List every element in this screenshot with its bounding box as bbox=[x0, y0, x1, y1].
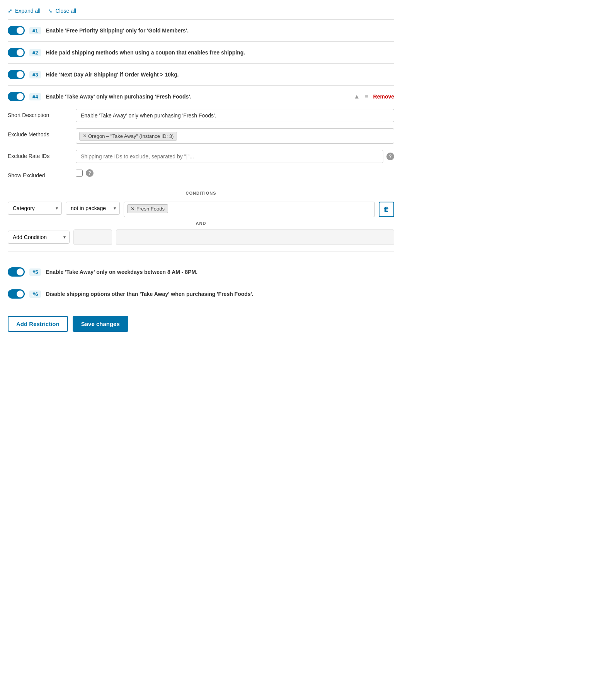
rule-1-number: #1 bbox=[29, 27, 41, 34]
conditions-section: CONDITIONS Category Product Weight Price… bbox=[8, 185, 394, 251]
rule-3-number: #3 bbox=[29, 71, 41, 78]
exclude-rate-ids-field-wrap: ? bbox=[76, 150, 394, 163]
rule-6-toggle[interactable] bbox=[8, 289, 25, 299]
add-condition-select-wrap: Add Condition Category Product Weight Pr… bbox=[8, 231, 70, 244]
rule-row-6: #6 Disable shipping options other than '… bbox=[8, 283, 394, 305]
rule-4-actions: ▲ ≡ Remove bbox=[354, 93, 394, 101]
rule-4-reorder-icon[interactable]: ≡ bbox=[364, 93, 369, 101]
rule-6-number: #6 bbox=[29, 290, 41, 298]
add-condition-placeholder-large bbox=[116, 229, 394, 245]
condition-operator-select-wrap: in package not in package in cart not in… bbox=[66, 202, 120, 215]
rule-4-expanded-panel: Short Description Exclude Methods ✕ Oreg… bbox=[8, 101, 394, 261]
rule-row-1: #1 Enable 'Free Priority Shipping' only … bbox=[8, 20, 394, 42]
rule-1-slider bbox=[8, 26, 25, 35]
exclude-method-tag-label: Oregon – "Take Away" (Instance ID: 3) bbox=[88, 133, 174, 139]
show-excluded-row: Show Excluded ? bbox=[8, 169, 394, 178]
expand-all-link[interactable]: ⤢ Expand all bbox=[8, 8, 40, 14]
exclude-method-tag: ✕ Oregon – "Take Away" (Instance ID: 3) bbox=[79, 132, 177, 141]
exclude-rate-ids-input[interactable] bbox=[76, 150, 383, 163]
rule-5-title: Enable 'Take Away' only on weekdays betw… bbox=[46, 269, 394, 275]
show-excluded-checkbox-wrap: ? bbox=[76, 169, 94, 177]
exclude-method-tag-remove[interactable]: ✕ bbox=[83, 133, 87, 139]
expand-all-label: Expand all bbox=[15, 8, 40, 14]
condition-fresh-foods-tag: ✕ Fresh Foods bbox=[127, 204, 168, 213]
show-excluded-checkbox[interactable] bbox=[76, 170, 83, 177]
exclude-methods-tag-input[interactable]: ✕ Oregon – "Take Away" (Instance ID: 3) bbox=[76, 128, 394, 144]
and-divider: AND bbox=[8, 221, 394, 226]
exclude-methods-label: Exclude Methods bbox=[8, 128, 70, 138]
exclude-methods-wrap: ✕ Oregon – "Take Away" (Instance ID: 3) bbox=[76, 128, 394, 144]
rule-4-title: Enable 'Take Away' only when purchasing … bbox=[46, 93, 349, 100]
exclude-methods-row: Exclude Methods ✕ Oregon – "Take Away" (… bbox=[8, 128, 394, 144]
condition-category-select[interactable]: Category Product Weight Price bbox=[8, 202, 62, 215]
exclude-rate-ids-label: Exclude Rate IDs bbox=[8, 150, 70, 159]
show-excluded-help-icon[interactable]: ? bbox=[86, 169, 94, 177]
exclude-rate-ids-row: Exclude Rate IDs ? bbox=[8, 150, 394, 163]
rule-4-slider bbox=[8, 92, 25, 101]
condition-tag-remove[interactable]: ✕ bbox=[131, 206, 135, 212]
rule-5-slider bbox=[8, 267, 25, 277]
conditions-header: CONDITIONS bbox=[8, 191, 394, 195]
rule-2-number: #2 bbox=[29, 49, 41, 56]
add-condition-select[interactable]: Add Condition Category Product Weight Pr… bbox=[8, 231, 70, 244]
add-condition-placeholder-small bbox=[73, 229, 112, 245]
rule-3-toggle[interactable] bbox=[8, 70, 25, 79]
condition-row-1: Category Product Weight Price in package… bbox=[8, 202, 394, 217]
rule-row-2: #2 Hide paid shipping methods when using… bbox=[8, 42, 394, 64]
rule-6-title: Disable shipping options other than 'Tak… bbox=[46, 291, 394, 297]
rule-4-toggle[interactable] bbox=[8, 92, 25, 101]
close-all-label: Close all bbox=[55, 8, 76, 14]
rule-2-toggle[interactable] bbox=[8, 48, 25, 57]
condition-operator-select[interactable]: in package not in package in cart not in… bbox=[66, 202, 120, 215]
rule-4-remove-link[interactable]: Remove bbox=[373, 93, 394, 100]
condition-tag-label: Fresh Foods bbox=[136, 206, 165, 212]
short-description-wrap bbox=[76, 109, 394, 122]
add-restriction-button[interactable]: Add Restriction bbox=[8, 316, 68, 332]
expand-icon: ⤢ bbox=[8, 8, 12, 14]
close-icon: ⤡ bbox=[48, 8, 53, 14]
rule-row-5: #5 Enable 'Take Away' only on weekdays b… bbox=[8, 261, 394, 283]
rule-5-number: #5 bbox=[29, 268, 41, 276]
save-changes-button[interactable]: Save changes bbox=[73, 316, 128, 332]
rule-2-title: Hide paid shipping methods when using a … bbox=[46, 49, 394, 56]
show-excluded-label: Show Excluded bbox=[8, 169, 70, 178]
exclude-rate-ids-help-icon[interactable]: ? bbox=[386, 153, 394, 160]
rule-1-toggle[interactable] bbox=[8, 26, 25, 35]
rule-4-move-up-icon[interactable]: ▲ bbox=[354, 93, 360, 100]
condition-value-container[interactable]: ✕ Fresh Foods bbox=[124, 202, 375, 217]
close-all-link[interactable]: ⤡ Close all bbox=[48, 8, 76, 14]
rule-2-slider bbox=[8, 48, 25, 57]
short-description-input[interactable] bbox=[76, 109, 394, 122]
condition-delete-button[interactable]: 🗑 bbox=[379, 202, 394, 217]
trash-icon: 🗑 bbox=[383, 206, 390, 213]
footer-buttons: Add Restriction Save changes bbox=[8, 305, 394, 332]
rule-5-toggle[interactable] bbox=[8, 267, 25, 277]
rule-row-3: #3 Hide 'Next Day Air Shipping' if Order… bbox=[8, 64, 394, 86]
rule-row-4: #4 Enable 'Take Away' only when purchasi… bbox=[8, 86, 394, 101]
add-condition-row: Add Condition Category Product Weight Pr… bbox=[8, 229, 394, 245]
top-controls: ⤢ Expand all ⤡ Close all bbox=[8, 8, 394, 20]
short-description-label: Short Description bbox=[8, 109, 70, 118]
rule-6-slider bbox=[8, 289, 25, 299]
condition-category-select-wrap: Category Product Weight Price bbox=[8, 202, 62, 215]
rule-3-title: Hide 'Next Day Air Shipping' if Order We… bbox=[46, 71, 394, 78]
rule-3-slider bbox=[8, 70, 25, 79]
short-description-row: Short Description bbox=[8, 109, 394, 122]
rule-1-title: Enable 'Free Priority Shipping' only for… bbox=[46, 27, 394, 34]
rule-4-number: #4 bbox=[29, 93, 41, 100]
